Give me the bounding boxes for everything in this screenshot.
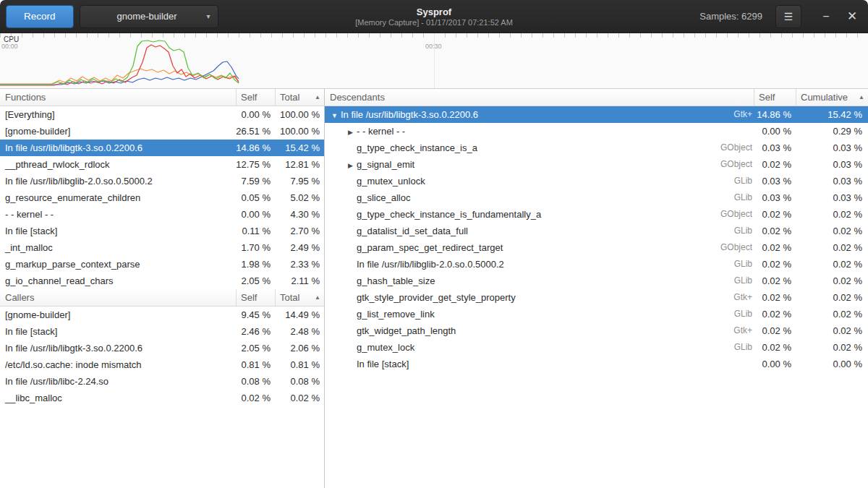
column-header-descendants[interactable]: Descendants xyxy=(325,89,754,106)
descendant-row[interactable]: In file /usr/lib/libglib-2.0.so.0.5000.2… xyxy=(325,256,868,273)
descendant-row[interactable]: g_datalist_id_set_data_full GLib 0.02 % … xyxy=(325,223,868,239)
self-percent: 12.75 % xyxy=(236,156,275,173)
table-row[interactable]: g_markup_parse_context_parse 1.98 % 2.33… xyxy=(0,256,324,273)
table-row[interactable]: In file /usr/lib/libgtk-3.so.0.2200.6 14… xyxy=(0,140,324,156)
descendant-row[interactable]: g_mutex_lock GLib 0.02 % 0.02 % xyxy=(325,339,868,356)
self-percent: 0.03 % xyxy=(754,173,796,189)
function-name: g_list_remove_link xyxy=(357,309,435,320)
library-label xyxy=(703,356,754,372)
total-percent: 7.95 % xyxy=(275,173,324,189)
app-title: Sysprof xyxy=(355,6,513,17)
table-row[interactable]: __libc_malloc 0.02 % 0.02 % xyxy=(0,390,324,406)
descendant-row[interactable]: g_type_check_instance_is_fundamentally_a… xyxy=(325,206,868,223)
table-row[interactable]: g_resource_enumerate_children 0.05 % 5.0… xyxy=(0,189,324,206)
total-percent: 100.00 % xyxy=(275,123,324,140)
function-name: __libc_malloc xyxy=(0,390,236,406)
total-percent: 4.30 % xyxy=(275,206,324,223)
descendant-row[interactable]: ▶g_signal_emit GObject 0.02 % 0.03 % xyxy=(325,156,868,173)
cpu-timeline[interactable]: CPU 00:00 00:30 xyxy=(0,33,868,89)
table-row[interactable]: - - kernel - - 0.00 % 4.30 % xyxy=(0,206,324,223)
column-header-self[interactable]: Self xyxy=(236,89,275,106)
descendant-row[interactable]: g_hash_table_size GLib 0.02 % 0.02 % xyxy=(325,273,868,289)
total-percent: 15.42 % xyxy=(275,140,324,156)
descendant-row[interactable]: g_type_check_instance_is_a GObject 0.03 … xyxy=(325,140,868,156)
function-name: g_mutex_lock xyxy=(357,342,414,353)
table-row[interactable]: [gnome-builder] 9.45 % 14.49 % xyxy=(0,307,324,323)
total-percent: 14.49 % xyxy=(275,307,324,323)
self-percent: 26.51 % xyxy=(236,123,275,140)
menu-button[interactable]: ☰ xyxy=(775,5,801,28)
table-row[interactable]: [Everything] 0.00 % 100.00 % xyxy=(0,106,324,123)
table-row[interactable]: [gnome-builder] 26.51 % 100.00 % xyxy=(0,123,324,140)
expander-icon[interactable]: ▶ xyxy=(344,158,357,173)
minimize-button[interactable]: − xyxy=(816,6,836,27)
descendant-row[interactable]: ▼In file /usr/lib/libgtk-3.so.0.2200.6 G… xyxy=(325,106,868,123)
function-name: In file /usr/lib/libgtk-3.so.0.2200.6 xyxy=(0,340,236,356)
self-percent: 0.02 % xyxy=(754,239,796,256)
function-name: g_hash_table_size xyxy=(357,275,435,286)
expander-icon[interactable]: ▼ xyxy=(328,108,341,123)
column-header-callers[interactable]: Callers xyxy=(0,289,236,306)
descendants-pane: Descendants Self Cumulative ▲ ▼In file /… xyxy=(325,89,868,488)
descendants-table-body: ▼In file /usr/lib/libgtk-3.so.0.2200.6 G… xyxy=(325,106,868,372)
descendant-row[interactable]: g_param_spec_get_redirect_target GObject… xyxy=(325,239,868,256)
self-percent: 2.05 % xyxy=(236,273,275,289)
record-button[interactable]: Record xyxy=(6,5,74,28)
descendant-row[interactable]: gtk_style_provider_get_style_property Gt… xyxy=(325,289,868,306)
self-percent: 0.02 % xyxy=(754,273,796,289)
library-label: Gtk+ xyxy=(703,289,754,306)
descendant-row[interactable]: g_list_remove_link GLib 0.02 % 0.02 % xyxy=(325,306,868,322)
function-name: gtk_style_provider_get_style_property xyxy=(357,292,516,303)
library-label: GObject xyxy=(703,239,754,256)
library-label: GObject xyxy=(703,156,754,173)
table-row[interactable]: In file [stack] 0.11 % 2.70 % xyxy=(0,223,324,239)
close-button[interactable]: ✕ xyxy=(842,6,862,27)
window-title: Sysprof [Memory Capture] - 01/17/2017 07… xyxy=(355,6,513,27)
hamburger-icon: ☰ xyxy=(784,11,793,22)
self-percent: 0.02 % xyxy=(236,390,275,406)
self-percent: 0.02 % xyxy=(754,223,796,239)
self-percent: 0.11 % xyxy=(236,223,275,239)
library-label: Gtk+ xyxy=(703,322,754,339)
column-header-total[interactable]: Total ▲ xyxy=(275,289,324,306)
function-name: /etc/ld.so.cache: inode mismatch xyxy=(0,356,236,373)
library-label: GLib xyxy=(703,256,754,273)
total-percent: 2.33 % xyxy=(275,256,324,273)
self-percent: 0.00 % xyxy=(754,356,796,372)
self-percent: 0.05 % xyxy=(236,189,275,206)
sysprof-window: Record gnome-builder ▾ Sysprof [Memory C… xyxy=(0,0,868,488)
descendant-row[interactable]: In file [stack] 0.00 % 0.00 % xyxy=(325,356,868,372)
cumulative-percent: 0.02 % xyxy=(796,239,868,256)
function-name: g_slice_alloc xyxy=(357,192,410,203)
column-header-total[interactable]: Total ▲ xyxy=(275,89,324,106)
column-header-cumulative[interactable]: Cumulative ▲ xyxy=(796,89,868,106)
table-row[interactable]: /etc/ld.so.cache: inode mismatch 0.81 % … xyxy=(0,356,324,373)
expander-icon[interactable]: ▶ xyxy=(344,124,357,140)
table-row[interactable]: _int_malloc 1.70 % 2.49 % xyxy=(0,239,324,256)
library-label: GLib xyxy=(703,189,754,206)
library-label: GLib xyxy=(703,306,754,322)
process-selector-dropdown[interactable]: gnome-builder ▾ xyxy=(80,5,218,28)
self-percent: 2.46 % xyxy=(236,323,275,340)
descendant-row[interactable]: ▶- - kernel - - 0.00 % 0.29 % xyxy=(325,123,868,140)
table-row[interactable]: In file [stack] 2.46 % 2.48 % xyxy=(0,323,324,340)
table-row[interactable]: __pthread_rwlock_rdlock 12.75 % 12.81 % xyxy=(0,156,324,173)
column-header-self[interactable]: Self xyxy=(236,289,275,306)
function-name: g_signal_emit xyxy=(357,159,414,170)
header-bar: Record gnome-builder ▾ Sysprof [Memory C… xyxy=(0,0,868,33)
table-row[interactable]: g_io_channel_read_chars 2.05 % 2.11 % xyxy=(0,273,324,289)
descendant-row[interactable]: g_mutex_unlock GLib 0.03 % 0.03 % xyxy=(325,173,868,189)
descendant-row[interactable]: g_slice_alloc GLib 0.03 % 0.03 % xyxy=(325,189,868,206)
cpu-line-red xyxy=(0,45,239,85)
table-row[interactable]: In file /usr/lib/libglib-2.0.so.0.5000.2… xyxy=(0,173,324,189)
self-percent: 0.03 % xyxy=(754,189,796,206)
table-row[interactable]: In file /usr/lib/libgtk-3.so.0.2200.6 2.… xyxy=(0,340,324,356)
column-header-self[interactable]: Self xyxy=(754,89,796,106)
table-row[interactable]: In file /usr/lib/libc-2.24.so 0.08 % 0.0… xyxy=(0,373,324,390)
cumulative-percent: 0.00 % xyxy=(796,356,868,372)
descendant-row[interactable]: gtk_widget_path_length Gtk+ 0.02 % 0.02 … xyxy=(325,322,868,339)
function-name: In file /usr/lib/libglib-2.0.so.0.5000.2 xyxy=(0,173,236,189)
left-pane: Functions Self Total ▲ [Everything] 0.00… xyxy=(0,89,325,488)
library-label: GLib xyxy=(703,273,754,289)
column-header-functions[interactable]: Functions xyxy=(0,89,236,106)
